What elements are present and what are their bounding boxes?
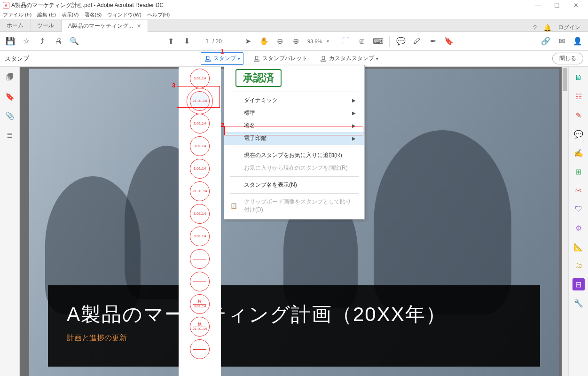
stamp-item-3[interactable]: 3.01.14 [190,136,210,156]
approved-stamp-preview[interactable]: 承認済 [235,69,282,87]
stamp-dropdown-menu: 承認済 ダイナミック▶ 標準▶ 署名▶ 電子印鑑▶ 現在のスタンプをお気に入りに… [224,65,365,219]
left-nav: 🗐 🔖 📎 ≣ [0,67,20,376]
stamp-tool-icon[interactable]: 🔖 [442,35,455,48]
edit-pdf-icon[interactable]: ✎ [572,109,585,121]
zoom-dropdown-icon[interactable]: ▾ [327,39,329,44]
pointer-icon[interactable]: ➤ [242,35,255,48]
page-input[interactable] [196,38,209,45]
save-icon[interactable]: 💾 [4,35,17,48]
stamp-toolbar: スタンプ スタンプ▾ スタンプパレット カスタムスタンプ▾ 閉じる [0,51,588,67]
upload-icon[interactable]: ⤴ [36,35,49,48]
window-title: A製品のマーケティング計画.pdf - Adobe Acrobat Reader… [11,1,529,9]
palette-icon [253,55,260,63]
bell-icon[interactable]: 🔔 [543,24,551,31]
mail-icon[interactable]: ✉ [555,35,568,48]
close-window-button[interactable]: ✕ [566,0,585,10]
menu-clipboard-stamp: 📋 クリップボード画像をスタンプとして貼り付け(D) [224,196,364,216]
menu-electronic-seal[interactable]: 電子印鑑▶ [224,132,364,145]
login-link[interactable]: ログイン [558,24,580,31]
read-mode-icon[interactable]: ⌨ [371,35,384,48]
page-total: / 20 [212,38,222,45]
zoom-in-icon[interactable]: ⊕ [290,35,303,48]
slide-subtitle: 計画と進捗の更新 [67,333,521,343]
menu-add-favorite[interactable]: 現在のスタンプをお気に入りに追加(R) [224,149,364,162]
help-icon[interactable]: ? [533,24,537,31]
more-tool-icon[interactable]: 🗂 [572,259,585,272]
stamp-preview-strip: 3.01.1421.01.143.01.143.01.143.01.1421.0… [179,67,221,376]
comment-icon[interactable]: 💬 [394,35,408,48]
stamp-item-12[interactable] [190,339,210,359]
tab-document[interactable]: A製品のマーケティング...✕ [61,20,148,32]
stamp-panel-icon[interactable]: ⊟ [572,278,585,290]
main-toolbar: 💾 ☆ ⤴ 🖨 🔍 ⬆ ⬇ / 20 ➤ ✋ ⊖ ⊕ 93.6% ▾ ⛶ ⎚ ⌨… [0,32,588,51]
stamp-item-10[interactable]: 検3.01.14 [190,294,210,314]
stamp-item-9[interactable] [190,272,210,291]
fill-sign-icon[interactable]: ✍ [572,147,585,159]
hand-icon[interactable]: ✋ [258,35,271,48]
bookmark-icon[interactable]: 🔖 [5,92,15,101]
search-icon[interactable]: 🔍 [68,35,81,48]
menu-show-stamp-name[interactable]: スタンプ名を表示(N) [224,179,364,191]
measure-icon[interactable]: 📐 [572,241,585,253]
stamp-item-8[interactable] [190,249,210,269]
attachment-icon[interactable]: 📎 [5,111,15,120]
thumbnails-icon[interactable]: 🗐 [6,73,14,82]
compress-icon[interactable]: ⚙ [572,222,585,234]
menu-signature[interactable]: 署名▶ [224,119,364,132]
redact-icon[interactable]: ✂ [572,184,585,196]
stamp-item-7[interactable]: 3.01.14 [190,227,210,246]
comment-tool-icon[interactable]: 💬 [572,128,585,140]
stamp-icon [204,55,212,63]
page-down-icon[interactable]: ⬇ [180,35,194,48]
menu-sign[interactable]: 署名(S) [85,11,102,18]
menu-window[interactable]: ウィンドウ(W) [107,11,141,18]
sign-icon[interactable]: ✒ [426,35,439,48]
stamp-item-11[interactable]: 検21.01.14 [190,317,210,337]
fit-page-icon[interactable]: ⎚ [355,35,368,48]
settings-icon[interactable]: 🔧 [572,297,585,309]
zoom-out-icon[interactable]: ⊖ [274,35,287,48]
menu-dynamic[interactable]: ダイナミック▶ [224,94,364,107]
stamp-palette-button[interactable]: スタンプパレット [250,53,310,64]
close-tab-icon[interactable]: ✕ [137,23,141,29]
maximize-button[interactable]: ☐ [548,0,566,10]
print-icon[interactable]: 🖨 [52,35,65,48]
organize-icon[interactable]: ☷ [572,90,585,102]
combine-icon[interactable]: ⊞ [572,165,585,178]
menu-file[interactable]: ファイル (F) [3,11,31,18]
stamp-item-0[interactable]: 3.01.14 [190,69,210,88]
vertical-scrollbar[interactable] [562,67,568,376]
link-icon[interactable]: 🔗 [539,35,552,48]
stamp-item-1[interactable]: 21.01.14 [190,91,210,111]
highlight-icon[interactable]: 🖊 [410,35,423,48]
zoom-value[interactable]: 93.6% [307,39,322,44]
close-stampbar-button[interactable]: 閉じる [552,53,583,64]
tab-bar: ホーム ツール A製品のマーケティング...✕ ? 🔔 ログイン [0,19,588,32]
menu-standard[interactable]: 標準▶ [224,107,364,119]
protect-icon[interactable]: 🛡 [572,203,585,215]
stamp-item-6[interactable]: 3.01.14 [190,204,210,224]
svg-rect-5 [321,60,326,61]
pdf-icon: A [3,2,9,8]
export-pdf-icon[interactable]: 🗎 [572,71,585,84]
tab-tools[interactable]: ツール [31,19,61,31]
layers-icon[interactable]: ≣ [7,131,13,140]
menu-edit[interactable]: 編集 (E) [37,11,56,18]
menu-view[interactable]: 表示(V) [62,11,79,18]
fit-width-icon[interactable]: ⛶ [339,35,353,48]
page-up-icon[interactable]: ⬆ [165,35,178,48]
tab-home[interactable]: ホーム [0,19,31,31]
stamp-item-5[interactable]: 21.01.14 [190,181,210,201]
stamp-item-4[interactable]: 3.01.14 [190,159,210,179]
title-bar: A A製品のマーケティング計画.pdf - Adobe Acrobat Read… [0,0,588,10]
stamp-item-2[interactable]: 3.01.14 [190,114,210,133]
annotation-2: 2 [221,121,224,128]
custom-stamp-button[interactable]: カスタムスタンプ▾ [317,53,381,64]
scrollbar-thumb[interactable] [563,68,567,91]
add-user-icon[interactable]: 👤 [571,35,584,48]
menu-help[interactable]: ヘルプ(H) [147,11,170,18]
minimize-button[interactable]: — [529,0,548,10]
menu-remove-favorite: お気に入りから現在のスタンプを削除(R) [224,162,364,174]
star-icon[interactable]: ☆ [20,35,33,48]
stamp-label: スタンプ [5,55,29,63]
